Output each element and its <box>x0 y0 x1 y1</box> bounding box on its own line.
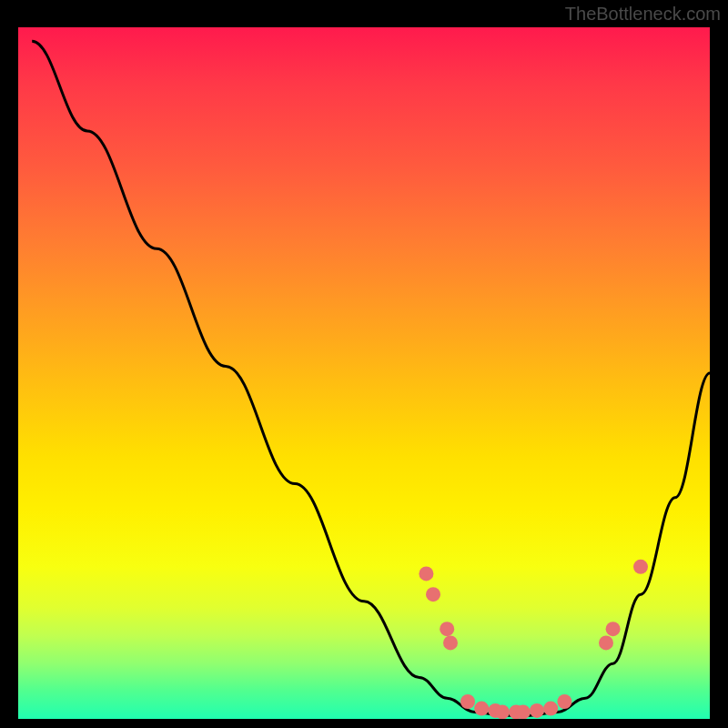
data-marker <box>426 587 440 602</box>
chart-plot-area <box>18 27 710 719</box>
data-marker <box>474 702 489 716</box>
data-marker <box>606 622 621 636</box>
data-marker <box>599 635 613 650</box>
data-marker <box>443 635 458 650</box>
data-marker <box>516 704 531 719</box>
data-marker <box>633 560 648 574</box>
marker-group <box>419 560 648 719</box>
data-marker <box>419 566 433 581</box>
data-marker <box>543 702 558 716</box>
data-marker <box>460 694 475 709</box>
data-marker <box>557 694 571 709</box>
data-marker <box>495 704 510 719</box>
watermark-text: TheBottleneck.com <box>565 4 721 25</box>
data-marker <box>440 622 454 636</box>
data-marker <box>530 703 544 718</box>
bottleneck-curve <box>32 41 710 715</box>
chart-svg <box>18 27 710 719</box>
